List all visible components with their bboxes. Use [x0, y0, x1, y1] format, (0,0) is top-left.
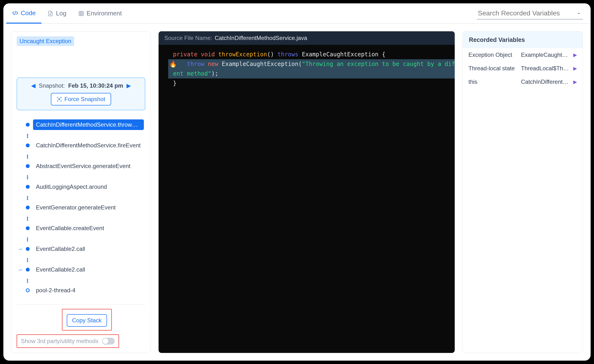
value-env: prod: [49, 63, 61, 64]
copy-stack-button[interactable]: Copy Stack: [67, 314, 107, 327]
label-name: Name: [17, 50, 49, 51]
variable-value: CatchInDifferentMetho…: [521, 79, 570, 85]
arrow-right-icon: →: [17, 245, 23, 252]
stack-connector-icon: •••: [27, 195, 145, 202]
snapshot-next-icon[interactable]: ▶: [127, 82, 131, 89]
stack-frame-label: EventCallable2.call: [33, 244, 88, 254]
flame-icon: 🔥: [169, 59, 177, 69]
variable-row[interactable]: thisCatchInDifferentMetho…▶: [463, 75, 583, 89]
exception-panel: Uncaught Exception NameExampleCaughtExce…: [11, 31, 151, 353]
stack-connector-icon: •••: [27, 278, 145, 285]
svg-point-8: [59, 99, 60, 100]
stack-frame[interactable]: EventGenerator.generateEvent: [26, 202, 145, 213]
tab-code[interactable]: Code: [6, 3, 41, 24]
label-service: Service: [17, 61, 49, 61]
tab-bar: Code Log Environment: [3, 3, 591, 24]
code-icon: [12, 10, 18, 16]
value-first: 13/09/2022: [49, 69, 78, 69]
stack-frame-label: CatchInDifferentMethodService.fireEvent: [33, 140, 143, 151]
variable-name: Exception Object: [468, 52, 518, 58]
variables-panel: Recorded Variables Exception ObjectExamp…: [462, 31, 583, 353]
stack-frame[interactable]: AbstractEventService.generateEvent: [26, 161, 145, 172]
dropdown-caret-icon[interactable]: [576, 11, 581, 16]
stack-connector-icon: •••: [27, 133, 145, 140]
stack-connector-icon: •••: [27, 236, 145, 244]
stack-dot-icon: [26, 205, 30, 209]
toggle-3rd-party-label: Show 3rd party/utility methods: [21, 338, 98, 344]
stack-dot-icon: [26, 268, 30, 271]
value-msg: Throwing an exception to be caught by a …: [49, 53, 145, 53]
variables-header: Recorded Variables: [463, 32, 583, 48]
stack-frame-label: AuditLoggingAspect.around: [33, 182, 110, 192]
stack-frame[interactable]: pool-2-thread-4: [26, 285, 145, 296]
code-view: private void throwException() throws Exa…: [159, 45, 455, 93]
label-server: Server: [17, 58, 49, 58]
snapshot-label: Snapshot:: [39, 82, 65, 89]
value-origin: CatchInDifferentMethodService.throwExcep: [49, 55, 145, 56]
stack-frame-label: EventCallable.createEvent: [33, 223, 107, 233]
svg-rect-3: [79, 11, 83, 16]
stack-frame[interactable]: EventCallable.createEvent: [26, 223, 145, 233]
stack-dot-icon: [26, 185, 30, 189]
capture-icon: [57, 97, 62, 102]
stack-dot-icon: [26, 288, 30, 292]
stack-connector-icon: •••: [27, 257, 145, 264]
variable-row[interactable]: Exception ObjectExampleCaughtExcept…▶: [463, 48, 583, 62]
label-times: Times: [17, 71, 49, 71]
search-input[interactable]: [477, 7, 583, 20]
expand-icon[interactable]: ▶: [573, 52, 577, 58]
toggle-3rd-party[interactable]: [102, 338, 115, 344]
stack-frame-label: EventCallable2.call: [33, 264, 88, 275]
label-origin: Origin: [17, 55, 49, 56]
value-server: 8bbf044ead6e: [49, 58, 86, 58]
force-snapshot-button[interactable]: Force Snapshot: [51, 93, 111, 106]
stack-frame-label: CatchInDifferentMethodService.throwEx...: [33, 119, 144, 130]
stack-dot-icon: [26, 144, 30, 147]
label-deploy: Deployment: [17, 66, 49, 66]
tab-code-label: Code: [21, 9, 36, 17]
expand-icon[interactable]: ▶: [573, 79, 577, 85]
expand-icon[interactable]: ▶: [573, 66, 577, 71]
grid-icon: [78, 10, 84, 17]
variable-row[interactable]: Thread-local stateThreadLocal$ThreadL…▶: [463, 62, 583, 75]
source-file-name: CatchInDifferentMethodService.java: [215, 35, 307, 41]
tab-environment[interactable]: Environment: [72, 3, 128, 24]
source-header-label: Source File Name:: [164, 35, 212, 41]
stack-dot-icon: [26, 164, 30, 168]
copy-stack-highlight: Copy Stack: [62, 309, 112, 331]
svg-line-0: [15, 11, 16, 15]
variable-name: Thread-local state: [468, 65, 518, 72]
document-icon: [47, 10, 54, 17]
stack-frame[interactable]: CatchInDifferentMethodService.throwEx...: [26, 119, 145, 130]
stack-connector-icon: •••: [27, 174, 145, 182]
tab-log-label: Log: [56, 10, 66, 17]
label-env: Environment: [17, 63, 49, 64]
stack-frame[interactable]: →EventCallable2.call: [26, 244, 145, 254]
tab-log[interactable]: Log: [41, 3, 72, 24]
variable-name: this: [468, 79, 518, 85]
stack-trace: CatchInDifferentMethodService.throwEx...…: [17, 119, 145, 298]
stack-frame[interactable]: CatchInDifferentMethodService.fireEvent: [26, 140, 145, 151]
stack-connector-icon: •••: [27, 216, 145, 223]
label-first: First seen: [17, 69, 49, 69]
stack-dot-icon: [26, 247, 30, 251]
toggle-3rd-party-highlight: Show 3rd party/utility methods: [17, 334, 119, 348]
source-panel: Source File Name: CatchInDifferentMethod…: [159, 31, 455, 353]
stack-frame-label: pool-2-thread-4: [33, 285, 78, 296]
exception-badge: Uncaught Exception: [17, 36, 74, 46]
stack-frame[interactable]: AuditLoggingAspect.around: [26, 182, 145, 192]
value-times: 247,504 (49.9%): [49, 71, 92, 71]
arrow-right-icon: →: [17, 266, 23, 273]
stack-frame-label: AbstractEventService.generateEvent: [33, 161, 133, 172]
stack-connector-icon: •••: [27, 154, 145, 161]
snapshot-timestamp: Feb 15, 10:30:24 pm: [68, 82, 123, 89]
label-msg: Msg: [17, 53, 49, 53]
stack-frame-label: EventGenerator.generateEvent: [33, 202, 119, 213]
value-service: users: [49, 61, 63, 61]
value-deploy: v5.0.7: [49, 66, 65, 66]
stack-frame[interactable]: →EventCallable2.call: [26, 264, 145, 275]
snapshot-prev-icon[interactable]: ◀: [31, 82, 35, 89]
stack-dot-icon: [26, 123, 30, 127]
variable-value: ExampleCaughtExcept…: [521, 52, 570, 58]
tab-env-label: Environment: [87, 10, 122, 17]
